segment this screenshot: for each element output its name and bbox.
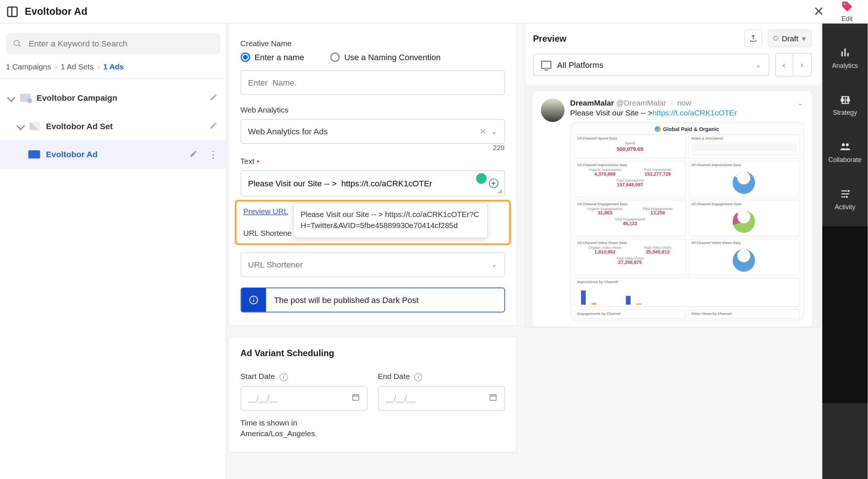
tree-campaign-row[interactable]: Evoltobor Campaign: [0, 84, 226, 112]
dash-vid-total-label: Total Video Views: [616, 256, 644, 260]
tree-campaign-label: Evoltobor Campaign: [37, 93, 117, 103]
status-label: Draft: [782, 34, 799, 43]
dash-bar1: Impressions by Channel: [574, 278, 800, 307]
svg-point-6: [845, 196, 847, 198]
edit-icon[interactable]: [189, 149, 198, 159]
edit-icon[interactable]: [209, 121, 218, 131]
post-text-field[interactable]: [248, 179, 497, 188]
radio-naming-convention[interactable]: Use a Naming Convention: [330, 52, 441, 62]
radio-off-icon: [330, 52, 340, 62]
crumb-adsets[interactable]: 1 Ad Sets: [61, 62, 93, 71]
avatar: [541, 99, 564, 122]
editor-area: Creative Name Enter a name Use a Naming …: [226, 24, 821, 479]
chevron-down-icon[interactable]: [7, 94, 16, 102]
chevron-down-icon[interactable]: ⌄: [797, 99, 804, 107]
tweet-link[interactable]: https://t.co/aCRK1cOTEr: [652, 108, 737, 117]
tweet-body: Please Visit our Site -- > https://t.co/…: [570, 108, 804, 117]
dash-vid-org-val: 1,810,962: [588, 249, 621, 255]
dot-icon: ·: [671, 99, 673, 107]
export-icon[interactable]: [745, 30, 762, 47]
layout-icon[interactable]: [7, 6, 18, 17]
dark-post-alert: The post will be published as Dark Post: [240, 287, 505, 312]
start-date-input[interactable]: __/__/__: [240, 386, 367, 410]
url-shortener-select[interactable]: URL Shortener ⌄: [240, 252, 505, 277]
dash-impr-paid-label: Paid Impressions: [644, 168, 671, 172]
creative-name-input[interactable]: [240, 70, 505, 95]
status-dot-icon: [773, 36, 778, 41]
status-dropdown[interactable]: Draft ▾: [768, 30, 811, 47]
dash-impr-org-val: 4,370,868: [589, 172, 621, 177]
info-icon: [241, 288, 266, 312]
more-icon[interactable]: ⋮: [208, 149, 218, 160]
rail-analytics[interactable]: Analytics: [822, 34, 868, 82]
info-icon[interactable]: i: [279, 373, 287, 381]
chevron-down-icon: ⌄: [755, 61, 761, 69]
next-button[interactable]: ›: [793, 54, 811, 76]
start-date-text: Start Date: [240, 372, 275, 381]
dash-impr-ring: All Channel Impressions Data: [688, 161, 800, 197]
preview-url-link[interactable]: Preview URL: [243, 207, 288, 216]
dash-bar2a: Engagements by Channel: [574, 310, 686, 319]
chevron-down-icon[interactable]: ⌄: [491, 127, 497, 135]
tweet-handle: @DreamMalar: [616, 99, 666, 107]
tree-ad-row[interactable]: Evoltobor Ad ⋮: [0, 140, 226, 169]
edit-icon[interactable]: [209, 93, 218, 103]
close-icon[interactable]: ✕: [813, 4, 824, 19]
grammarly-icon: [476, 173, 486, 184]
breadcrumb: 1 Campaigns › 1 Ad Sets › 1 Ads: [0, 62, 226, 79]
char-count: 229: [493, 144, 505, 152]
search-icon: [13, 39, 22, 48]
tweet-meta: DreamMalar @DreamMalar · now ⌄: [570, 99, 804, 107]
tweet-media: Global Paid & Organic All Channel Spend …: [570, 122, 804, 321]
rail-activity[interactable]: Activity: [822, 176, 868, 223]
clear-icon[interactable]: ✕: [479, 127, 486, 136]
donut-chart-icon: [732, 249, 755, 272]
donut-chart-icon: [732, 172, 755, 194]
info-icon[interactable]: i: [414, 373, 423, 381]
edit-button[interactable]: Edit: [834, 1, 861, 23]
creative-name-radios: Enter a name Use a Naming Convention: [240, 52, 505, 62]
dash-vid-paid-val: 25,545,913: [644, 249, 671, 255]
crumb-ads[interactable]: 1 Ads: [103, 62, 124, 71]
calendar-icon[interactable]: [489, 393, 497, 403]
preview-url-tooltip: Please Visit our Site -- > https://t.co/…: [293, 203, 488, 238]
search-field[interactable]: [29, 39, 213, 48]
dash-bar2b: Video Views by Channel: [688, 310, 800, 319]
creative-card: Creative Name Enter a name Use a Naming …: [228, 24, 517, 326]
tree-adset-row[interactable]: Evoltobor Ad Set: [0, 112, 226, 140]
search-input[interactable]: [6, 33, 220, 54]
chevron-down-icon[interactable]: ⌄: [491, 261, 497, 269]
start-date-placeholder: __/__/__: [248, 394, 278, 403]
rail-strategy[interactable]: Strategy: [822, 81, 868, 128]
dash-eng-paid-label: Paid Engagements: [643, 207, 673, 211]
web-analytics-label: Web Analytics: [240, 106, 505, 114]
preview-nav: ‹ ›: [775, 53, 811, 77]
post-text-input[interactable]: +: [240, 170, 505, 196]
dash-vid-ring-title: All Channel Video Views Data: [691, 241, 797, 245]
dash-impr-org-label: Organic Impressions: [589, 168, 621, 172]
platform-select[interactable]: All Platforms ⌄: [533, 54, 769, 76]
dash-impr-total-label: Total Impressions: [616, 179, 644, 182]
campaign-icon: [20, 94, 31, 102]
crumb-campaigns[interactable]: 1 Campaigns: [6, 62, 51, 71]
dash-vid-total-val: 27,356,875: [616, 260, 644, 265]
prev-button[interactable]: ‹: [775, 54, 793, 76]
dash-impr-paid-val: 153,277,729: [644, 172, 671, 177]
end-date-input[interactable]: __/__/__: [378, 386, 505, 410]
creative-name-field[interactable]: [248, 78, 497, 87]
web-analytics-select[interactable]: Web Analytics for Ads ✕ ⌄: [240, 119, 505, 144]
add-icon[interactable]: +: [489, 179, 498, 188]
calendar-icon[interactable]: [351, 393, 359, 403]
dash-impr-total-val: 157,648,597: [616, 182, 644, 187]
rail-activity-label: Activity: [835, 203, 855, 210]
radio-enter-name[interactable]: Enter a name: [240, 52, 304, 62]
collaborate-icon: [839, 141, 851, 153]
resize-handle[interactable]: [497, 189, 502, 193]
text-label: Text •: [240, 157, 505, 166]
dash-spend-value: 500,079.69: [577, 146, 683, 152]
web-analytics-value: Web Analytics for Ads: [248, 127, 479, 136]
rail-collaborate[interactable]: Collaborate: [822, 128, 868, 176]
dashboard-logo-icon: [655, 126, 661, 132]
chevron-down-icon[interactable]: [17, 122, 25, 130]
sidebar: 1 Campaigns › 1 Ad Sets › 1 Ads Evoltobo…: [0, 24, 226, 479]
